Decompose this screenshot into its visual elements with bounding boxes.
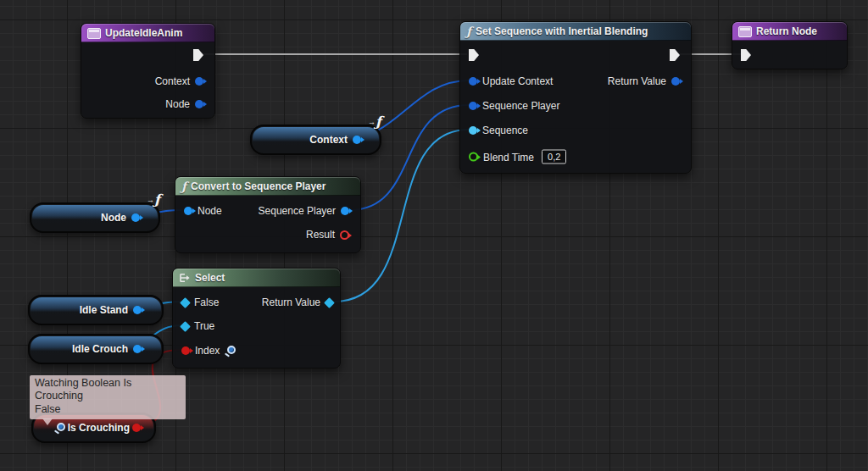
- return-value-out-pin[interactable]: [671, 77, 680, 86]
- node-title: Set Sequence with Inertial Blending: [476, 25, 648, 37]
- return-value-out-pin[interactable]: [324, 297, 335, 308]
- pin-label: Update Context: [482, 75, 553, 87]
- index-in-pin[interactable]: [181, 346, 190, 355]
- node-header: Return Node: [732, 22, 847, 41]
- node-set-sequence-inertial-blending[interactable]: ƒ Set Sequence with Inertial Blending Up…: [459, 21, 692, 174]
- blend-time-value-input[interactable]: 0,2: [542, 150, 566, 164]
- capsule-label: Idle Stand: [80, 304, 128, 316]
- capsule-label: Idle Crouch: [72, 343, 128, 355]
- exec-out-pin[interactable]: [193, 49, 203, 61]
- context-out-pin[interactable]: [353, 136, 361, 144]
- idle-stand-out-pin[interactable]: [133, 306, 142, 314]
- function-icon: ƒ: [181, 180, 186, 192]
- pin-label: Return Value: [608, 75, 666, 87]
- pin-label: Index: [195, 345, 220, 357]
- node-header: ƒ Set Sequence with Inertial Blending: [460, 22, 691, 41]
- sequence-player-out-pin[interactable]: [341, 207, 349, 215]
- node-title: UpdateIdleAnim: [105, 27, 182, 39]
- watch-icon: [225, 346, 236, 357]
- blueprint-graph-canvas[interactable]: UpdateIdleAnim Context Node ƒ Set Sequen…: [0, 0, 868, 471]
- sequence-in-pin[interactable]: [469, 126, 477, 135]
- watch-tooltip: Watching Boolean Is Crouching False: [30, 375, 186, 419]
- node-convert-to-sequence-player[interactable]: ƒ Convert to Sequence Player Node Sequen…: [175, 176, 361, 253]
- node-title: Convert to Sequence Player: [191, 180, 326, 192]
- pin-label: False: [194, 296, 219, 308]
- update-context-in-pin[interactable]: [469, 77, 477, 86]
- pin-label: Node: [165, 98, 190, 110]
- node-out-pin[interactable]: [195, 100, 203, 108]
- node-get-idle-stand[interactable]: Idle Stand: [28, 295, 164, 325]
- false-in-pin[interactable]: [180, 297, 191, 308]
- node-header: UpdateIdleAnim: [81, 24, 214, 42]
- node-title: Return Node: [756, 25, 817, 37]
- watch-tooltip-value: False: [35, 403, 181, 416]
- is-crouching-out-pin[interactable]: [132, 424, 141, 432]
- true-in-pin[interactable]: [180, 321, 191, 332]
- watch-tooltip-line1: Watching Boolean Is Crouching: [35, 377, 181, 403]
- node-get-idle-crouch[interactable]: Idle Crouch: [28, 334, 164, 364]
- pin-label: True: [194, 320, 214, 332]
- pin-label: Sequence Player: [482, 100, 559, 112]
- node-return-node[interactable]: Return Node: [732, 21, 848, 69]
- function-icon: ƒ: [466, 25, 471, 37]
- pin-label: Blend Time: [483, 151, 534, 163]
- capsule-label: Is Crouching: [68, 422, 130, 434]
- pure-function-icon: →ƒ: [368, 115, 381, 129]
- watch-icon: [54, 423, 65, 434]
- node-get-node[interactable]: →ƒ Node: [30, 202, 160, 233]
- pin-label: Sequence Player: [259, 205, 336, 217]
- pin-label: Sequence: [482, 125, 528, 136]
- node-update-idle-anim[interactable]: UpdateIdleAnim Context Node: [81, 23, 215, 119]
- exec-in-pin[interactable]: [469, 49, 479, 61]
- node-get-context[interactable]: →ƒ Context: [250, 125, 381, 155]
- select-icon: [179, 273, 191, 283]
- exec-in-pin[interactable]: [741, 49, 751, 61]
- result-out-pin[interactable]: [340, 230, 349, 240]
- pure-function-icon: →ƒ: [147, 193, 160, 207]
- blend-time-in-pin[interactable]: [469, 152, 478, 162]
- node-title: Select: [195, 272, 225, 284]
- function-entry-icon: [87, 28, 101, 39]
- pin-label: Context: [155, 75, 190, 87]
- node-header: ƒ Convert to Sequence Player: [175, 177, 360, 196]
- pin-label: Result: [306, 229, 335, 241]
- pin-label: Node: [198, 205, 222, 217]
- capsule-label: Node: [101, 212, 126, 224]
- pin-label: Return Value: [262, 296, 320, 308]
- context-out-pin[interactable]: [195, 77, 203, 86]
- idle-crouch-out-pin[interactable]: [133, 345, 142, 353]
- exec-out-pin[interactable]: [670, 49, 680, 61]
- node-select[interactable]: Select False Return Value True Index: [172, 268, 341, 368]
- sequence-player-in-pin[interactable]: [469, 102, 477, 110]
- node-out-pin[interactable]: [131, 213, 140, 222]
- node-in-pin[interactable]: [184, 207, 192, 215]
- node-header: Select: [173, 269, 340, 287]
- capsule-label: Context: [309, 134, 348, 146]
- function-result-icon: [738, 26, 752, 37]
